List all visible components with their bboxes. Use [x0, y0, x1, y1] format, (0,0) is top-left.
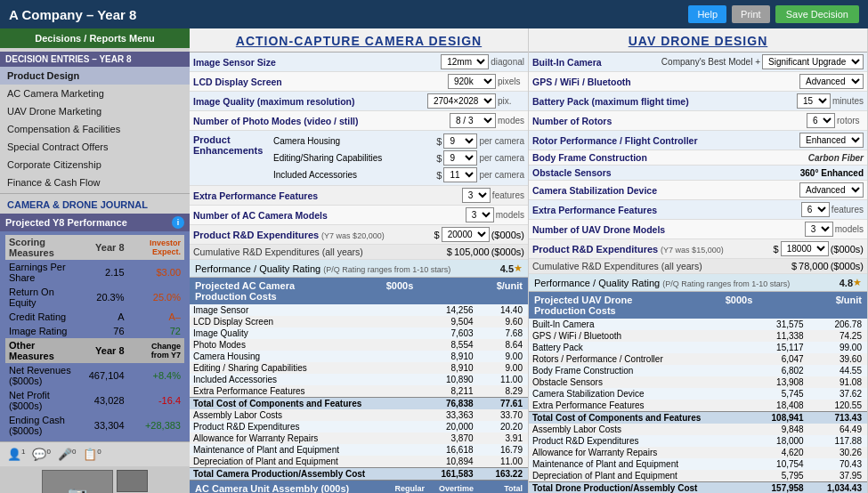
cam-stab-select[interactable]: AdvancedStandardEnhanced: [799, 182, 864, 198]
sidebar-item-special-contracts[interactable]: Special Contract Offers: [0, 138, 190, 156]
included-accessories-select[interactable]: 111213: [443, 167, 477, 182]
uav-prod-row: Extra Performance Features 18,408 120.55: [529, 400, 867, 412]
camera-prod-row: Included Accessories 10,890 11.00: [190, 374, 528, 385]
num-models-select[interactable]: 345: [466, 207, 494, 222]
editing-sharing-unit: per camera: [479, 153, 524, 163]
uav-extra-perf-label: Extra Performance Features: [532, 205, 801, 215]
print-button[interactable]: Print: [732, 5, 770, 23]
roe-year: 20.3%: [85, 285, 128, 310]
camera-assembly-footer: AC Camera Unit Assembly (000s) Regular O…: [190, 480, 528, 493]
uav-prod-row: Product R&D Expenditures 18,000 117.88: [529, 435, 867, 447]
uav-num-models-unit: models: [835, 224, 864, 234]
camera-prod-col-u: $/unit: [413, 280, 523, 302]
net-profit-year: 43,028: [85, 388, 128, 413]
uav-column: UAV Drone Design Built-In Camera Company…: [529, 28, 868, 493]
camera-prod-row: Image Sensor 14,256 14.40: [190, 304, 528, 316]
eps-inv: $3.00: [128, 260, 184, 285]
sidebar-camera-drone-journal[interactable]: CAMERA & DRONE JOURNAL: [0, 196, 190, 214]
header-buttons: Help Print Save Decision: [688, 5, 859, 23]
net-profit-label: Net Profit ($000s): [5, 388, 85, 413]
uav-prod-row: Battery Pack 15,117 99.00: [529, 342, 867, 353]
image-sensor-label: Image Sensor Size: [193, 57, 441, 68]
sidebar-item-camera-marketing[interactable]: AC Camera Marketing: [0, 85, 190, 102]
company-best-label: Company's Best Model +: [661, 57, 760, 67]
uav-extra-perf-select[interactable]: 678: [801, 202, 830, 217]
other-measures-label: Other Measures: [5, 338, 85, 363]
lcd-select[interactable]: 920k1080k: [448, 74, 496, 89]
sidebar-menu-header: Decisions / Reports Menu: [0, 28, 190, 48]
sidebar-item-uav-marketing[interactable]: UAV Drone Marketing: [0, 102, 190, 120]
header-title: A Company – Year 8: [9, 7, 688, 22]
image-quality-unit: pix.: [498, 96, 524, 106]
sidebar-item-corporate-citizenship[interactable]: Corporate Citizenship: [0, 156, 190, 174]
camera-prod-header: Projected AC Camera Production Costs: [195, 280, 304, 302]
drone-images-area: 📷: [0, 466, 190, 493]
sidebar-item-compensation[interactable]: Compensation & Facilities: [0, 120, 190, 138]
extra-perf-select[interactable]: 345: [462, 188, 491, 203]
asm-header-overtime: Overtime: [425, 484, 474, 493]
header: A Company – Year 8 Help Print Save Decis…: [0, 0, 868, 28]
user-count-icon[interactable]: 👤1: [7, 448, 25, 461]
image-sensor-select[interactable]: 12mm14mm16mm: [441, 54, 489, 69]
uav-prod-row: Depreciation of Plant and Equipment 5,79…: [529, 470, 867, 482]
photo-modes-select[interactable]: 8 / 310 / 4: [450, 113, 496, 128]
image-quality-label: Image Quality (maximum resolution): [193, 96, 427, 107]
editing-sharing-select[interactable]: 91011: [443, 150, 477, 166]
perf-header: Projected Y8 Performance: [5, 217, 127, 228]
info-icon[interactable]: i: [172, 216, 184, 229]
camera-prod-row: Assembly Labor Costs 33,363 33.70: [190, 409, 528, 421]
ending-cash-label: Ending Cash ($000s): [5, 413, 85, 438]
uav-pq-label: Performance / Quality Rating (P/Q Rating…: [534, 278, 840, 288]
included-accessories-unit: per camera: [479, 170, 524, 180]
chat-icon[interactable]: 💬0: [32, 448, 50, 461]
body-frame-value: Carbon Fiber: [808, 153, 864, 163]
uav-prod-row: GPS / WiFi / Bluetooth 11,338 74.25: [529, 330, 867, 342]
clipboard-icon[interactable]: 📋0: [83, 448, 101, 461]
save-decision-button[interactable]: Save Decision: [775, 5, 859, 23]
image-quality-select[interactable]: 2704×20283840×2160: [427, 93, 496, 109]
obstacle-sensors-label: Obstacle Sensors: [532, 167, 800, 178]
uav-rd-label: Product R&D Expenditures (Y7 was $15,000…: [532, 244, 774, 255]
uav-rd-select[interactable]: 180002000025000: [781, 241, 829, 256]
camera-prod-row: Extra Performance Features 8,211 8.29: [190, 385, 528, 398]
scoring-label: Scoring Measures: [5, 235, 85, 260]
sidebar-item-product-design[interactable]: Product Design: [0, 67, 190, 85]
camera-prod-row: Product R&D Expenditures 20,000 20.20: [190, 421, 528, 432]
camera-housing-select[interactable]: 91011: [443, 133, 477, 149]
sidebar-item-finance[interactable]: Finance & Cash Flow: [0, 174, 190, 191]
photo-modes-unit: modes: [498, 116, 524, 125]
camera-prod-row: Total Cost of Components and Features 76…: [190, 398, 528, 410]
uav-cumulative-rd-label: Cumulative R&D Expenditures (all years): [532, 261, 791, 271]
uav-prod-row: Rotors / Performance / Controller 6,047 …: [529, 353, 867, 365]
built-in-camera-select[interactable]: Significant UpgradeStandard: [762, 54, 864, 69]
body-frame-label: Body Frame Construction: [532, 152, 808, 163]
lcd-label: LCD Display Screen: [193, 77, 448, 87]
net-revenues-change: +8.4%: [128, 363, 184, 388]
num-rotors-select[interactable]: 648: [807, 113, 835, 128]
extra-perf-unit: features: [492, 190, 524, 200]
uav-extra-perf-unit: features: [831, 205, 864, 214]
camera-cumulative-rd-label: Cumulative R&D Expenditures (all years): [193, 246, 447, 257]
camera-title: Action-Capture Camera Design: [190, 28, 528, 53]
camera-prod-row: Photo Modes 8,554 8.64: [190, 339, 528, 351]
gps-wifi-select[interactable]: AdvancedStandardEnhanced: [799, 74, 864, 89]
uav-num-models-select[interactable]: 345: [805, 222, 833, 237]
cam-stab-label: Camera Stabilization Device: [532, 185, 799, 196]
rotor-perf-select[interactable]: EnhancedStandardAdvanced: [799, 133, 864, 148]
help-button[interactable]: Help: [688, 5, 726, 23]
battery-pack-label: Battery Pack (maximum flight time): [532, 96, 797, 107]
camera-rd-select[interactable]: 200002500030000: [442, 227, 490, 242]
uav-prod-row: Maintenance of Plant and Equipment 10,75…: [529, 458, 867, 470]
rotor-perf-label: Rotor Performance / Flight Controller: [532, 135, 799, 146]
uav-cumulative-rd-value: 78,000: [799, 261, 829, 271]
image-rating-label: Image Rating: [5, 324, 85, 338]
battery-pack-select[interactable]: 152025: [797, 93, 831, 109]
ending-cash-change: +28,383: [128, 413, 184, 438]
uav-title: UAV Drone Design: [529, 28, 867, 53]
asm-header-regular: Regular: [376, 484, 425, 493]
roe-inv: 25.0%: [128, 285, 184, 310]
mic-icon[interactable]: 🎤0: [58, 448, 76, 461]
enhancements-label: Product Enhancements: [193, 133, 273, 183]
camera-prod-row: Depreciation of Plant and Equipment 10,8…: [190, 456, 528, 468]
camera-housing-unit: per camera: [479, 136, 524, 146]
